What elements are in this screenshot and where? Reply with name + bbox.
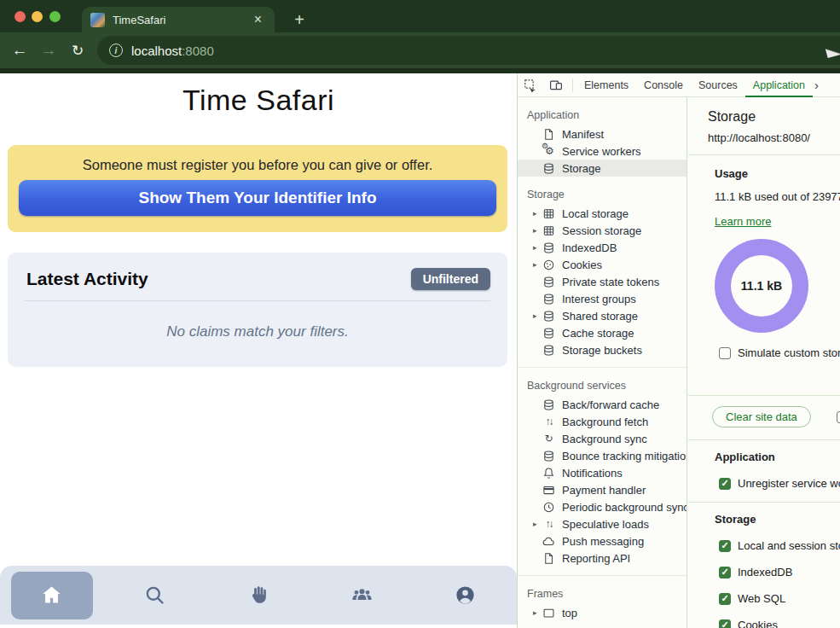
cloud-icon (542, 535, 555, 548)
show-identifier-info-button[interactable]: Show Them Your Identifier Info (19, 180, 496, 216)
panel-origin: http://localhost:8080/ (708, 131, 840, 144)
storage-check-row: ✓ Cookies (719, 619, 840, 628)
site-info-icon[interactable]: i (109, 44, 123, 57)
checkbox-web-sql[interactable]: ✓ (719, 593, 731, 605)
tree-item-payment-handler[interactable]: Payment handler (518, 481, 686, 498)
inspect-icon (524, 78, 537, 92)
checkbox-indexeddb[interactable]: ✓ (719, 567, 731, 579)
nav-search-button[interactable] (103, 566, 206, 625)
tree-item-periodic-background-sync[interactable]: Periodic background sync (518, 498, 686, 515)
database-icon (542, 293, 555, 305)
database-icon (542, 241, 555, 254)
address-bar[interactable]: i localhost:8080 (97, 36, 840, 65)
bell-icon (542, 467, 555, 480)
tree-item-local-storage[interactable]: ▸ Local storage (518, 205, 686, 222)
checkbox-local-session-storage[interactable]: ✓ (719, 540, 731, 552)
back-icon[interactable]: ← (5, 36, 34, 65)
devtools-tab-sources[interactable]: Sources (691, 73, 745, 97)
expand-icon[interactable]: ▸ (533, 226, 542, 235)
tree-item-private-state-tokens[interactable]: Private state tokens (518, 273, 686, 290)
checkbox-including[interactable] (837, 411, 840, 423)
tree-item-session-storage[interactable]: ▸ Session storage (518, 222, 686, 239)
card-divider (25, 300, 490, 301)
url-port: :8080 (182, 44, 214, 58)
traffic-close-button[interactable] (14, 11, 26, 22)
tree-section-storage: Storage ▸ Local storage ▸ Session storag… (518, 177, 686, 358)
usage-header: Usage (715, 167, 840, 180)
tree-item-bounce-tracking-mitigations[interactable]: Bounce tracking mitigation (518, 447, 686, 464)
tree-item-back-forward-cache[interactable]: Back/forward cache (518, 396, 686, 413)
usage-text: 11.1 kB used out of 239779 (715, 190, 840, 203)
app-page: Time Safari Someone must register you be… (0, 73, 517, 628)
database-icon (542, 162, 555, 175)
database-icon (542, 276, 555, 288)
reload-icon[interactable]: ↻ (63, 36, 92, 65)
search-icon (143, 584, 166, 607)
tree-item-shared-storage[interactable]: ▸ Shared storage (518, 307, 686, 324)
expand-icon[interactable]: ▸ (533, 209, 542, 218)
latest-activity-title: Latest Activity (26, 269, 148, 289)
expand-icon[interactable]: ▸ (533, 260, 542, 269)
checkbox-cookies[interactable]: ✓ (719, 619, 731, 628)
browser-toolbar: ← → ↻ i localhost:8080 (0, 32, 840, 68)
storage-check-row: ✓ Local and session stora (719, 539, 840, 552)
tree-item-notifications[interactable]: Notifications (518, 464, 686, 481)
tree-item-interest-groups[interactable]: Interest groups (518, 290, 686, 307)
new-tab-button[interactable]: + (287, 7, 312, 32)
tree-item-reporting-api[interactable]: Reporting API (518, 550, 686, 567)
tree-item-push-messaging[interactable]: Push messaging (518, 532, 686, 550)
storage-check-row: ✓ Web SQL (719, 592, 840, 605)
people-icon (350, 584, 374, 607)
devtools-tab-console[interactable]: Console (636, 73, 691, 97)
device-toolbar-button[interactable] (543, 78, 569, 92)
tree-item-speculative-loads[interactable]: ▸ ↑↓ Speculative loads (518, 515, 686, 532)
nav-home-button[interactable] (11, 572, 93, 619)
nav-contacts-button[interactable] (310, 566, 414, 625)
checkbox-unregister-service-workers[interactable]: ✓ (719, 478, 731, 490)
inspect-element-button[interactable] (518, 78, 543, 92)
tree-item-cache-storage[interactable]: Cache storage (518, 324, 686, 341)
tree-item-manifest[interactable]: Manifest (518, 125, 686, 142)
learn-more-link[interactable]: Learn more (715, 215, 771, 228)
tree-item-storage-buckets[interactable]: Storage buckets (518, 341, 686, 358)
tree-item-background-fetch[interactable]: ↑↓ Background fetch (518, 413, 686, 430)
nav-profile-button[interactable] (414, 566, 517, 625)
url-host: localhost (131, 44, 182, 58)
unregister-sw-row: ✓ Unregister service wor (719, 477, 840, 490)
tree-item-indexeddb[interactable]: ▸ IndexedDB (518, 239, 686, 256)
home-icon (40, 584, 63, 607)
expand-icon[interactable]: ▸ (533, 243, 542, 252)
database-icon (542, 344, 555, 357)
panel-divider (688, 502, 840, 503)
storage-panel: Storage http://localhost:8080/ Usage 11.… (688, 97, 840, 628)
clear-site-data-button[interactable]: Clear site data (712, 406, 811, 427)
more-tabs-icon[interactable]: › (814, 78, 819, 92)
browser-tab[interactable]: TimeSafari × (82, 7, 275, 32)
tree-item-top-frame[interactable]: ▸ top (518, 604, 686, 621)
hand-icon (247, 584, 270, 607)
expand-icon[interactable]: ▸ (533, 520, 542, 528)
devtools-tab-application[interactable]: Application (745, 73, 813, 97)
tree-item-storage[interactable]: Storage (518, 160, 686, 177)
unfiltered-button[interactable]: Unfiltered (411, 268, 490, 290)
traffic-zoom-button[interactable] (49, 11, 61, 22)
nav-offers-button[interactable] (206, 566, 310, 625)
database-icon (542, 310, 555, 323)
tab-close-icon[interactable]: × (250, 11, 266, 28)
devtools-tab-elements[interactable]: Elements (576, 73, 636, 97)
checkbox-simulate-quota[interactable] (719, 347, 731, 359)
tree-item-background-sync[interactable]: ↻ Background sync (518, 430, 686, 447)
expand-icon[interactable]: ▸ (533, 311, 542, 320)
registration-alert: Someone must register you before you can… (8, 145, 507, 232)
bottom-navigation (0, 566, 517, 625)
expand-icon[interactable]: ▸ (533, 608, 542, 617)
clock-icon (542, 501, 555, 514)
tree-section-application: Application Manifest ⚙⚙ Service workers (518, 97, 686, 177)
tree-item-cookies[interactable]: ▸ Cookies (518, 256, 686, 273)
toolbar-separator (572, 78, 573, 92)
tree-header-storage: Storage (518, 185, 686, 205)
tree-item-service-workers[interactable]: ⚙⚙ Service workers (518, 142, 686, 160)
including-row: in (837, 410, 840, 423)
forward-icon[interactable]: → (34, 36, 63, 65)
traffic-minimize-button[interactable] (32, 11, 43, 22)
